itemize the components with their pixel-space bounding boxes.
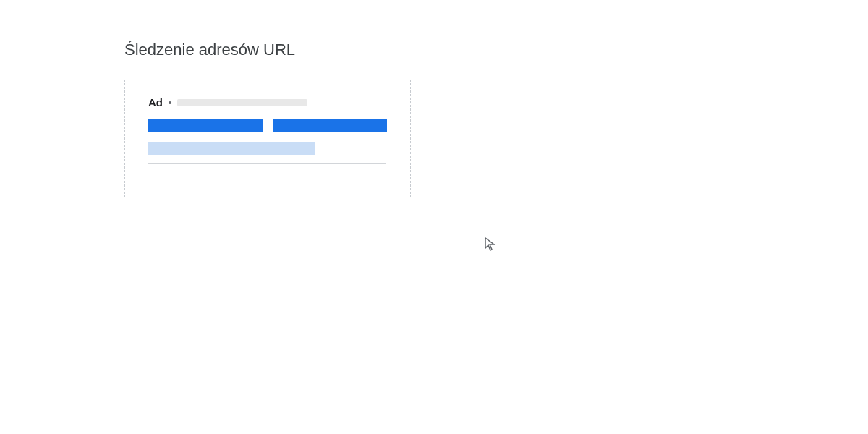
ad-url-placeholder <box>177 99 307 106</box>
section-title: Śledzenie adresów URL <box>124 41 868 59</box>
ad-separator-dot <box>169 101 171 104</box>
main-container: Śledzenie adresów URL Ad <box>0 0 868 197</box>
ad-preview-card: Ad <box>124 80 411 197</box>
ad-headline-placeholder-1 <box>148 119 263 132</box>
ad-text-line-1 <box>148 163 386 164</box>
ad-text-line-2 <box>148 179 367 179</box>
ad-description-row <box>148 142 387 155</box>
ad-description-placeholder <box>148 142 315 155</box>
ad-headline-row <box>148 119 387 132</box>
ad-headline-placeholder-2 <box>273 119 387 132</box>
ad-label: Ad <box>148 96 163 109</box>
cursor-icon <box>482 236 499 253</box>
ad-label-row: Ad <box>148 96 387 109</box>
